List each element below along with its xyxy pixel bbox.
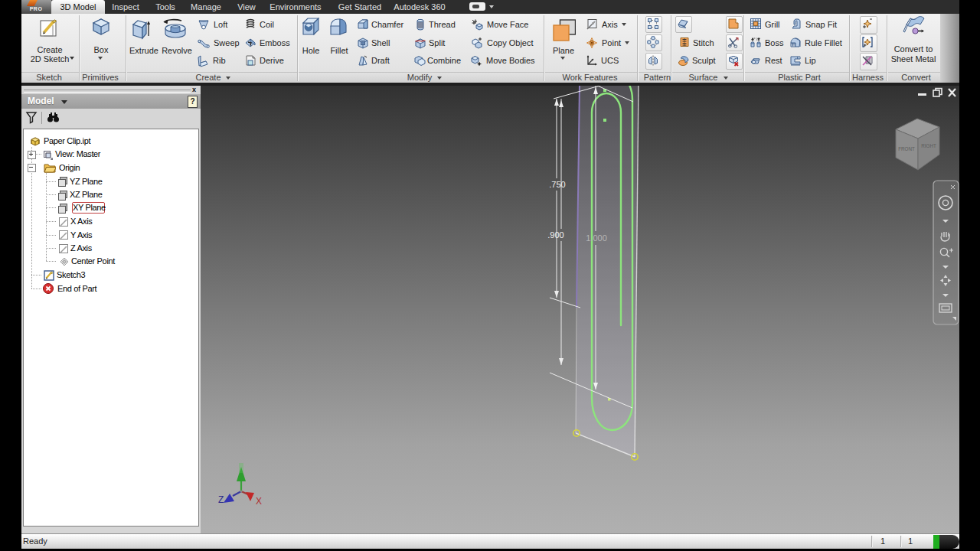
- svg-text:FRONT: FRONT: [898, 146, 915, 152]
- svg-text:RIGHT: RIGHT: [921, 143, 936, 148]
- svg-text:.750: .750: [549, 180, 565, 189]
- svg-text:Z: Z: [218, 494, 224, 505]
- svg-text:.900: .900: [547, 230, 564, 240]
- svg-text:X: X: [256, 496, 262, 507]
- svg-text:1.000: 1.000: [586, 233, 607, 243]
